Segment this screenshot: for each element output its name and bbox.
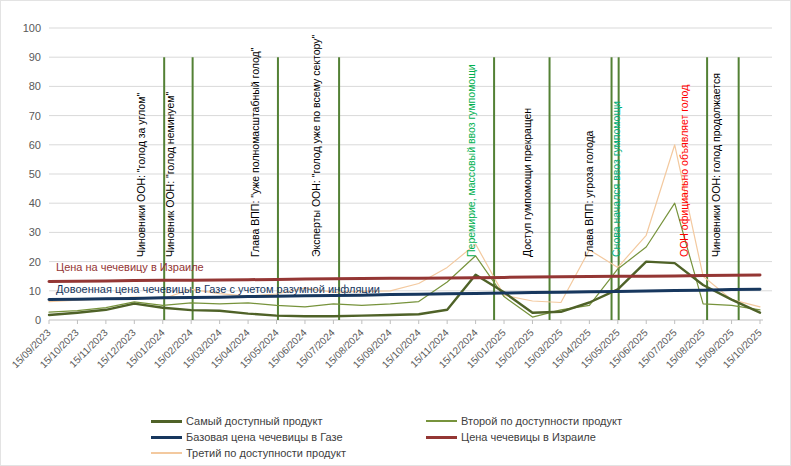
legend-label: Второй по доступности продукт [461, 415, 622, 427]
legend-swatch [151, 436, 182, 439]
y-axis-label: 90 [1, 51, 41, 63]
y-axis-label: 70 [1, 110, 41, 122]
israel-price-annotation: Цена на чечевицу в Израиле [56, 261, 204, 274]
legend-swatch [151, 420, 182, 423]
event-label: Эксперты ООН: "голод уже по всему сектор… [310, 35, 323, 257]
legend-label: Цена чечевицы в Израиле [461, 431, 596, 443]
legend-item: Цена чечевицы в Израиле [426, 431, 596, 443]
y-axis-label: 50 [1, 168, 41, 180]
event-label: ООН официально объявляет голод [678, 85, 691, 257]
legend-item: Второй по доступности продукт [426, 415, 622, 427]
y-axis-label: 30 [1, 226, 41, 238]
legend-swatch [426, 420, 457, 422]
prewar-price-annotation: Довоенная цена чечевицы в Газе с учетом … [56, 283, 380, 296]
event-label: Чиновники ООН: "голод за углом" [135, 93, 148, 257]
legend-label: Базовая цена чечевицы в Газе [186, 431, 343, 443]
y-axis-label: 60 [1, 139, 41, 151]
y-axis-label: 20 [1, 256, 41, 268]
legend-item: Базовая цена чечевицы в Газе [151, 431, 343, 443]
legend-label: Третий по доступности продукт [186, 447, 346, 459]
event-label: Чиновники ООН: голод продолжается [710, 73, 723, 257]
y-axis-label: 0 [1, 314, 41, 326]
event-label: Перемирие, массовый ввоз гумпомощи [465, 64, 478, 257]
legend-item: Самый доступный продукт [151, 415, 323, 427]
legend-swatch [426, 436, 457, 439]
y-axis-label: 40 [1, 197, 41, 209]
plot-canvas [1, 1, 791, 466]
y-axis-label: 80 [1, 80, 41, 92]
y-axis-label: 100 [1, 22, 41, 34]
event-label: Глава ВПП: "уже полномасштабный голод" [249, 48, 262, 257]
legend-item: Третий по доступности продукт [151, 447, 346, 459]
series-line [49, 275, 760, 282]
lentil-price-chart: 010203040506070809010015/09/202315/10/20… [0, 0, 791, 466]
legend-label: Самый доступный продукт [186, 415, 323, 427]
event-label: Доступ гумпомощи прекращен [521, 108, 534, 257]
event-label: Глава ВПП: угроза голода [583, 131, 596, 257]
event-label: Чиновник ООН: "голод неминуем" [164, 92, 177, 257]
legend-swatch [151, 452, 182, 454]
y-axis-label: 10 [1, 285, 41, 297]
event-label: Снова начался ввоз гумпомощи [610, 101, 623, 257]
